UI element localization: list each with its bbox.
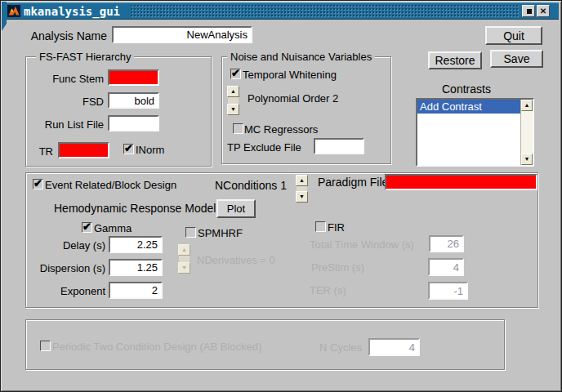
scroll-down-icon[interactable]: ▼ — [521, 154, 533, 165]
tp-exclude-file-label: TP Exclude File — [227, 141, 301, 154]
mkanalysis-gui-window: mkanalysis_gui ✕ Analysis Name Quit Rest… — [0, 0, 562, 392]
delay-label: Delay (s) — [40, 239, 105, 252]
contrasts-scrollbar[interactable]: ▲ ▼ — [520, 100, 533, 165]
noise-group-title: Noise and Nuisance Variables — [227, 51, 375, 63]
polynomial-order-label: Polynomial Order 2 — [248, 92, 338, 105]
check-icon: ✔ — [124, 142, 133, 154]
check-icon: ✔ — [231, 67, 240, 79]
check-icon: ✔ — [83, 220, 91, 233]
ter-label: TER (s) — [310, 284, 346, 296]
temporal-whitening-checkbox[interactable]: ✔ — [230, 69, 241, 79]
quit-button[interactable]: Quit — [485, 26, 542, 45]
mc-regressors-label: MC Regressors — [244, 123, 318, 136]
restore-button[interactable]: Restore — [428, 51, 482, 69]
maximize-button[interactable] — [522, 5, 535, 17]
save-button[interactable]: Save — [490, 50, 543, 68]
polynomial-order-spinner[interactable]: ▲ ▼ — [227, 86, 239, 115]
inorm-label: INorm — [136, 144, 164, 156]
run-list-file-input[interactable] — [108, 115, 159, 131]
ncycles-input[interactable] — [368, 338, 420, 356]
tr-label: TR — [32, 145, 53, 158]
paradigm-file-label: Paradigm File — [318, 176, 388, 189]
func-stem-input[interactable] — [108, 69, 159, 86]
spmhrf-checkbox[interactable] — [185, 227, 196, 238]
fir-label: FIR — [328, 221, 345, 234]
hemodynamic-response-model-label: Hemodynamic Response Model — [54, 202, 216, 215]
event-related-label: Event Related/Block Design — [45, 179, 176, 191]
periodic-design-checkbox[interactable] — [40, 341, 51, 351]
close-button[interactable]: ✕ — [537, 5, 550, 17]
matlab-logo-icon — [7, 5, 20, 17]
dispersion-label: Dispersion (s) — [30, 262, 105, 274]
nderivatives-label: NDerivatives = 0 — [197, 254, 275, 266]
close-icon: ✕ — [540, 7, 546, 16]
gamma-checkbox[interactable]: ✔ — [82, 222, 92, 233]
contrasts-listbox[interactable]: Add Contrast ▲ ▼ — [416, 98, 534, 167]
spinner-down-icon[interactable]: ▼ — [227, 104, 239, 115]
titlebar-texture — [130, 4, 520, 18]
spinner-down-icon: ▼ — [178, 262, 190, 274]
prestim-input[interactable] — [428, 258, 464, 276]
mc-regressors-checkbox[interactable] — [233, 123, 243, 134]
fir-checkbox[interactable] — [315, 221, 326, 232]
nconditions-label: NConditions 1 — [215, 179, 287, 192]
ncycles-label: N Cycles — [319, 341, 362, 354]
maximize-icon — [527, 9, 532, 14]
titlebar[interactable]: mkanalysis_gui ✕ — [3, 2, 559, 20]
ter-input[interactable] — [428, 282, 468, 300]
spmhrf-label: SPMHRF — [198, 227, 243, 239]
tr-input[interactable] — [58, 142, 109, 158]
scroll-up-icon[interactable]: ▲ — [521, 100, 533, 111]
fsd-label: FSD — [30, 96, 104, 108]
plot-button[interactable]: Plot — [216, 199, 256, 218]
nconditions-spinner[interactable]: ▲ ▼ — [296, 175, 308, 203]
contrasts-label: Contrasts — [442, 82, 491, 96]
spinner-track — [179, 256, 190, 262]
total-time-window-label: Total Time Window (s) — [310, 238, 414, 251]
nderivatives-spinner: ▲ ▼ — [178, 244, 190, 274]
spinner-up-icon: ▲ — [178, 244, 190, 256]
event-related-checkbox[interactable]: ✔ — [33, 179, 43, 189]
exponent-input[interactable] — [109, 282, 163, 299]
delay-input[interactable] — [109, 236, 163, 253]
spinner-up-icon[interactable]: ▲ — [296, 175, 308, 186]
exponent-label: Exponent — [30, 285, 105, 297]
fsd-input[interactable] — [108, 92, 159, 109]
temporal-whitening-label: Temporal Whitening — [243, 69, 337, 81]
spinner-track — [228, 97, 239, 104]
prestim-label: PreStim (s) — [311, 261, 364, 274]
analysis-name-input[interactable] — [112, 26, 252, 43]
spinner-down-icon[interactable]: ▼ — [296, 191, 308, 203]
gamma-label: Gamma — [94, 222, 132, 234]
analysis-name-label: Analysis Name — [21, 29, 107, 42]
inorm-checkbox[interactable]: ✔ — [123, 144, 134, 154]
run-list-file-label: Run List File — [25, 118, 104, 131]
fsfast-group-title: FS-FAST Hierarchy — [36, 51, 134, 63]
dispersion-input[interactable] — [109, 259, 163, 276]
window-title: mkanalysis_gui — [24, 5, 120, 18]
list-item[interactable]: Add Contrast — [417, 100, 520, 114]
func-stem-label: Func Stem — [30, 73, 104, 85]
spinner-up-icon[interactable]: ▲ — [227, 86, 239, 97]
total-time-window-input[interactable] — [429, 235, 464, 252]
periodic-design-label: Periodic Two Condition Design (AB Blocke… — [52, 341, 261, 353]
check-icon: ✔ — [33, 177, 42, 189]
window-resize-corner[interactable] — [2, 2, 7, 31]
tp-exclude-file-input[interactable] — [314, 138, 364, 154]
paradigm-file-input[interactable] — [385, 174, 537, 190]
